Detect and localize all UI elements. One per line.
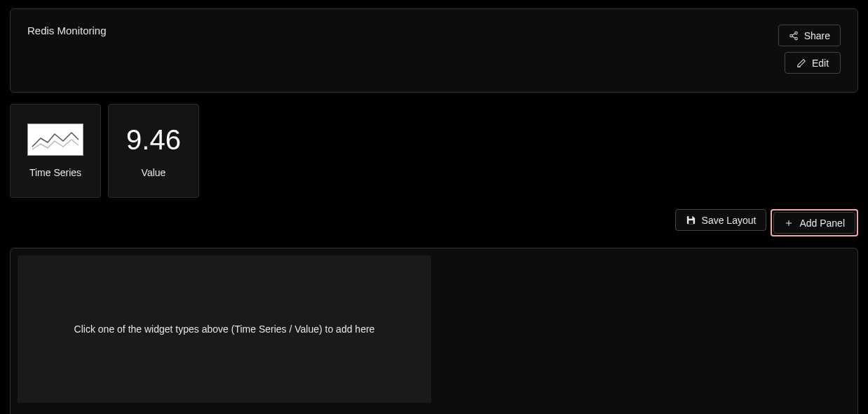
save-icon	[686, 215, 696, 225]
svg-point-0	[794, 32, 797, 34]
edit-label: Edit	[812, 58, 829, 69]
dashboard-panel-container: Click one of the widget types above (Tim…	[10, 248, 858, 414]
drop-hint-text: Click one of the widget types above (Tim…	[74, 323, 375, 335]
timeseries-widget-button[interactable]: Time Series	[10, 104, 101, 198]
plus-icon	[784, 218, 794, 228]
save-layout-button[interactable]: Save Layout	[675, 209, 767, 231]
value-widget-button[interactable]: 9.46 Value	[108, 104, 199, 198]
add-panel-label: Add Panel	[799, 218, 845, 229]
panel-actions-row: Save Layout Add Panel	[10, 209, 858, 236]
svg-rect-6	[689, 216, 692, 219]
add-panel-button[interactable]: Add Panel	[773, 212, 855, 234]
timeseries-thumbnail	[27, 123, 83, 156]
svg-rect-7	[689, 220, 693, 224]
svg-point-2	[794, 37, 797, 40]
edit-button[interactable]: Edit	[785, 52, 841, 74]
value-label: Value	[142, 167, 166, 178]
share-button[interactable]: Share	[778, 25, 841, 46]
svg-line-4	[792, 33, 795, 34]
dashboard-header: Redis Monitoring Share Edit	[10, 8, 858, 93]
add-panel-highlight: Add Panel	[771, 209, 858, 236]
save-layout-label: Save Layout	[702, 215, 757, 226]
timeseries-label: Time Series	[29, 167, 81, 178]
header-actions: Share Edit	[778, 25, 841, 74]
share-label: Share	[804, 30, 830, 41]
share-icon	[789, 31, 799, 41]
svg-point-1	[789, 34, 792, 37]
line-chart-icon	[31, 127, 80, 152]
svg-line-3	[792, 36, 795, 37]
value-display: 9.46	[126, 123, 181, 156]
empty-panel-drop-area[interactable]: Click one of the widget types above (Tim…	[18, 255, 431, 403]
edit-icon	[796, 58, 806, 68]
widget-type-row: Time Series 9.46 Value	[10, 104, 858, 198]
page-title: Redis Monitoring	[27, 25, 107, 36]
